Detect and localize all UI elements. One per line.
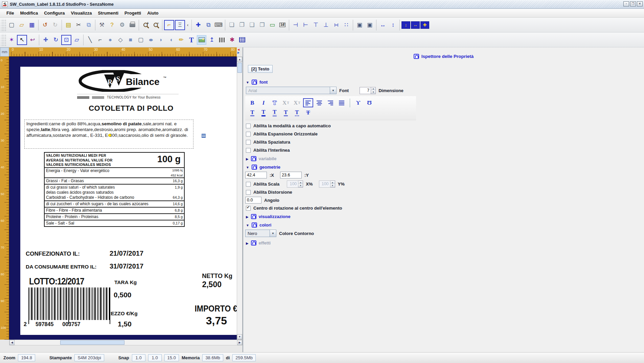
align-right-icon[interactable]: ⊢: [301, 20, 310, 30]
y-position-field[interactable]: [280, 172, 302, 178]
cut-icon[interactable]: ✂: [74, 20, 83, 30]
pencil-tool-icon[interactable]: ✏: [177, 35, 186, 45]
section-font[interactable]: font: [246, 80, 644, 85]
duplicate-object-icon[interactable]: ⧉: [204, 20, 213, 30]
barcode-tool-icon[interactable]: [217, 35, 227, 45]
match-width-icon[interactable]: ↔: [378, 20, 388, 30]
ellipse-tool-icon[interactable]: ●: [146, 35, 156, 45]
label-product-title[interactable]: COTOLETTA DI POLLO: [20, 104, 242, 113]
resize-width-icon[interactable]: ↔: [411, 21, 420, 29]
spinner-down-icon[interactable]: [371, 90, 375, 94]
distortion-checkbox[interactable]: [246, 190, 251, 195]
italic-button[interactable]: I: [258, 98, 269, 107]
snap-pointer-icon[interactable]: ✶: [7, 35, 16, 45]
collapse-triangle-icon[interactable]: [246, 222, 249, 228]
collapse-triangle-icon[interactable]: [246, 240, 249, 245]
center-vertical-icon[interactable]: ▣: [365, 20, 374, 30]
menu-strumenti[interactable]: Strumenti: [95, 9, 121, 17]
underline-dashed-button[interactable]: T: [281, 108, 291, 117]
label-tara-caption[interactable]: TARA Kg: [114, 279, 137, 285]
select-tool-icon[interactable]: ↖: [17, 35, 27, 45]
section-variabile[interactable]: variabile: [246, 156, 644, 161]
collapse-triangle-icon[interactable]: [246, 156, 249, 161]
align-justify-button[interactable]: [337, 98, 347, 107]
horizontal-scroll-thumb[interactable]: [60, 340, 124, 345]
label-barcode[interactable]: [28, 287, 110, 320]
toolbar-overflow-arrow[interactable]: ‹: [186, 20, 190, 30]
menu-configura[interactable]: Configura: [41, 9, 68, 17]
label-importo-caption[interactable]: IMPORTO €: [194, 304, 237, 314]
ruler-arrow-right-icon[interactable]: ▶: [237, 51, 242, 54]
section-geometrie[interactable]: geometrie: [246, 165, 644, 170]
roundrect-tool-icon[interactable]: ▢: [136, 35, 145, 45]
menu-file[interactable]: File: [3, 9, 17, 17]
combo-arrow-icon[interactable]: [330, 87, 336, 94]
inspector-checkbox[interactable]: Abilita Spaziatura: [246, 140, 644, 145]
send-to-back-icon[interactable]: ❐: [237, 20, 247, 30]
resize-both-icon[interactable]: ✚: [420, 21, 429, 29]
diamond-tool-icon[interactable]: ◇: [116, 35, 125, 45]
line-tool-icon[interactable]: ╲: [85, 35, 95, 45]
spinner-up-icon[interactable]: [371, 87, 375, 91]
label-netto-caption[interactable]: NETTO Kg: [202, 273, 232, 280]
underline-thick-button[interactable]: T: [258, 108, 269, 117]
align-center-button[interactable]: [314, 98, 324, 107]
resize-height-icon[interactable]: ↕: [401, 21, 410, 29]
ruler-arrow-left-icon[interactable]: ◀: [237, 48, 242, 51]
toolbar-grip[interactable]: [1, 34, 6, 46]
text-tool-icon[interactable]: T: [187, 35, 196, 45]
redo-icon[interactable]: ↻: [50, 20, 60, 30]
label-expiry-date[interactable]: DA CONSUMARE ENTRO IL: 31/07/2017: [26, 262, 143, 270]
match-height-icon[interactable]: ↕: [388, 20, 398, 30]
send-backward-icon[interactable]: ❒: [257, 20, 267, 30]
rect-region-icon[interactable]: ⊡: [61, 35, 71, 45]
show-rulers-icon[interactable]: ⌐: [164, 20, 174, 30]
center-origin-icon[interactable]: ✚: [193, 20, 203, 30]
print-icon[interactable]: [128, 20, 137, 30]
page-tools-icon[interactable]: ⚒: [97, 20, 107, 30]
circle-tool-icon[interactable]: ●: [106, 35, 115, 45]
label-tara-value[interactable]: 0,500: [114, 291, 132, 299]
label-brand-tagline[interactable]: TECHNOLOGY for Your Business: [77, 94, 179, 99]
table-tool-icon[interactable]: [237, 35, 247, 45]
zoom-in-icon[interactable]: +: [141, 20, 150, 30]
distribute-horizontal-icon[interactable]: ∺: [331, 20, 341, 30]
new-document-icon[interactable]: ▢: [7, 20, 16, 30]
blob-tool-icon[interactable]: ◖: [166, 35, 176, 45]
font-family-combo[interactable]: Arial: [246, 87, 337, 94]
underline-thin-button[interactable]: T: [247, 108, 257, 117]
collapse-triangle-icon[interactable]: [246, 214, 249, 219]
subscript-button[interactable]: XT: [292, 98, 302, 107]
inspector-checkbox[interactable]: Abilita Espansione Orizzontale: [246, 131, 644, 136]
undo-icon[interactable]: ↺: [40, 20, 50, 30]
section-visualizzazione[interactable]: visualizzazione: [246, 214, 644, 219]
bring-to-front-icon[interactable]: ❏: [227, 20, 236, 30]
scroll-down-arrow[interactable]: ▼: [237, 334, 242, 339]
show-guides-icon[interactable]: Ξ: [175, 20, 185, 30]
rotate-tool-icon[interactable]: ↻: [51, 35, 61, 45]
scroll-up-arrow[interactable]: ▲: [237, 57, 242, 62]
id-frame-icon[interactable]: id: [278, 20, 287, 30]
menu-aiuto[interactable]: Aiuto: [144, 9, 161, 17]
configure-help-icon[interactable]: ?: [107, 20, 117, 30]
selected-element-button[interactable]: [2] Testo: [248, 65, 273, 73]
vertical-scrollbar[interactable]: ▲ ▼: [237, 57, 243, 340]
outline-color-combo[interactable]: Nero: [245, 230, 276, 237]
frame-icon[interactable]: ▭: [268, 20, 277, 30]
align-right-button[interactable]: [325, 98, 336, 107]
close-button[interactable]: ✕: [637, 1, 643, 6]
text-on-arc-button[interactable]: Ʊ: [364, 98, 374, 107]
rect-tool-icon[interactable]: ■: [126, 35, 135, 45]
selection-node[interactable]: [202, 134, 206, 138]
menu-visualizza[interactable]: Visualizza: [68, 9, 95, 17]
zoom-out-icon[interactable]: −: [151, 20, 160, 30]
label-lotto[interactable]: LOTTO:12/2017: [29, 276, 84, 287]
align-left-icon[interactable]: ⊣: [291, 20, 300, 30]
keyboard-icon[interactable]: ⌨: [214, 20, 223, 30]
inspector-checkbox[interactable]: Abilita l'Interlinea: [246, 148, 644, 153]
design-viewport[interactable]: R S Bilance ™ TECHNOLOGY for Your Busine…: [9, 57, 237, 340]
outline-text-button[interactable]: T: [270, 98, 280, 107]
label-logo[interactable]: R S Bilance ™: [78, 70, 176, 92]
paste-icon[interactable]: ▤: [64, 20, 73, 30]
collapse-triangle-icon[interactable]: [246, 165, 249, 170]
